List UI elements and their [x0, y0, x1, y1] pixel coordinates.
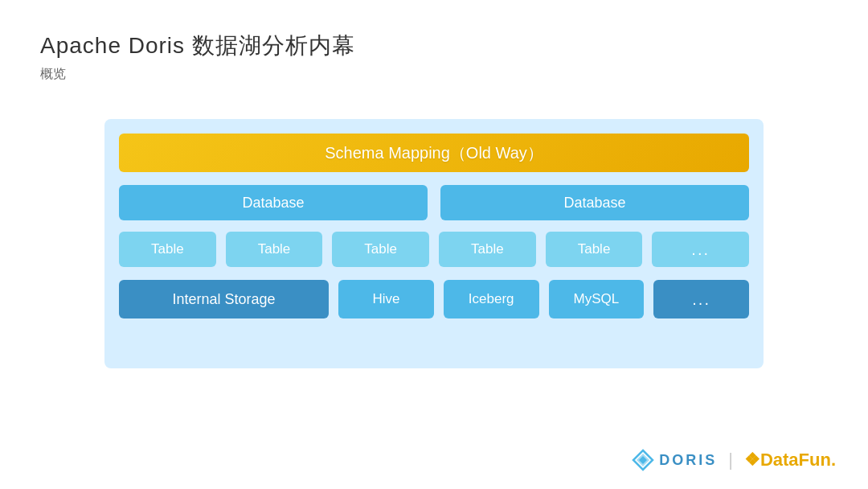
table-box-ellipsis: ... [652, 232, 749, 267]
databases-row: Database Database [119, 185, 749, 220]
storage-ellipsis: ... [653, 280, 749, 318]
schema-mapping-bar: Schema Mapping（Old Way） [119, 134, 749, 172]
diagram-container: Schema Mapping（Old Way） Database Databas… [104, 119, 764, 368]
storage-mysql: MySQL [549, 280, 645, 318]
storage-ellipsis-label: ... [692, 290, 710, 309]
datafun-label: DataFun. [760, 450, 836, 470]
table-box-2: Table [226, 232, 323, 267]
database-right-label: Database [563, 195, 625, 212]
table-label-3: Table [364, 241, 397, 257]
storage-hive: Hive [338, 280, 434, 318]
storage-row: Internal Storage Hive Iceberg MySQL ... [119, 280, 749, 318]
storage-internal: Internal Storage [119, 280, 329, 318]
table-label-2: Table [258, 241, 291, 257]
database-left-label: Database [242, 195, 304, 212]
storage-iceberg-label: Iceberg [469, 291, 514, 307]
table-label-ellipsis: ... [691, 240, 710, 259]
storage-iceberg: Iceberg [444, 280, 539, 318]
doris-label: DORIS [659, 452, 717, 469]
datafun-colon-icon: ❖ [744, 450, 760, 470]
doris-diamond-icon [632, 449, 654, 471]
schema-mapping-label: Schema Mapping（Old Way） [325, 142, 543, 164]
doris-logo: DORIS [632, 449, 717, 471]
datafun-logo: ❖DataFun. [744, 450, 836, 471]
storage-mysql-label: MySQL [574, 291, 620, 307]
table-label-1: Table [151, 241, 184, 257]
table-box-5: Table [546, 232, 643, 267]
database-box-right: Database [440, 185, 749, 220]
logo-area: DORIS | ❖DataFun. [632, 449, 836, 471]
storage-hive-label: Hive [373, 291, 400, 307]
table-box-1: Table [119, 232, 216, 267]
storage-internal-label: Internal Storage [173, 291, 276, 308]
tables-row: Table Table Table Table Table ... [119, 232, 749, 267]
table-label-5: Table [578, 241, 611, 257]
table-box-4: Table [439, 232, 536, 267]
table-box-3: Table [332, 232, 429, 267]
logo-divider: | [728, 450, 733, 471]
database-box-left: Database [119, 185, 428, 220]
table-label-4: Table [471, 241, 504, 257]
page-title: Apache Doris 数据湖分析内幕 [40, 31, 355, 61]
page-subtitle: 概览 [40, 66, 66, 83]
